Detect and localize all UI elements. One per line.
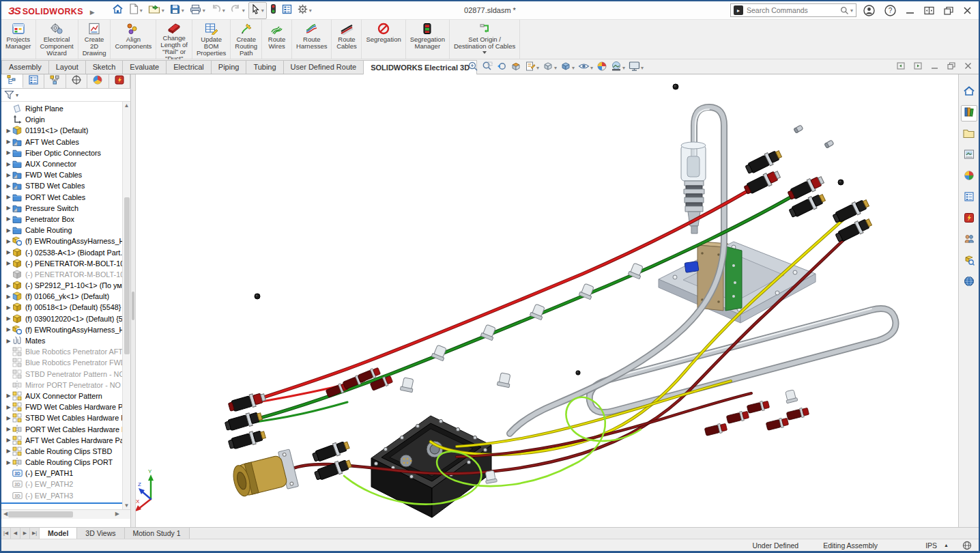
task-pane-home[interactable] xyxy=(961,84,977,100)
pin-left-icon[interactable] xyxy=(897,62,905,70)
logo-flyout-arrow-icon[interactable]: ▶ xyxy=(90,9,95,16)
display-style-button[interactable]: ▾ xyxy=(560,61,575,74)
splitter-handle[interactable] xyxy=(132,292,134,320)
save-button[interactable]: ▾ xyxy=(168,3,186,18)
expand-arrow-icon[interactable]: ▶ xyxy=(5,338,12,344)
ribbon-button-change-length[interactable]: Change Length of "Rail" or "Duct" xyxy=(156,20,192,59)
panel-tab-featuremanager-tree[interactable] xyxy=(1,74,23,88)
tree-vertical-scrollbar[interactable]: ▲ ▼ xyxy=(122,102,130,509)
panel-tab-propertymanager[interactable] xyxy=(23,74,45,88)
task-pane-inspection[interactable] xyxy=(961,253,977,270)
flyout-caret-icon[interactable] xyxy=(482,51,487,54)
search-caret-icon[interactable]: ▾ xyxy=(850,8,853,14)
dropdown-caret-icon[interactable]: ▾ xyxy=(309,8,312,14)
expand-arrow-icon[interactable]: ▶ xyxy=(5,249,12,255)
search-icon[interactable] xyxy=(840,6,849,15)
commandmanager-tab-evaluate[interactable]: Evaluate xyxy=(122,60,167,74)
tree-item-aft-wet-cables[interactable]: ▶AFT Wet Cables xyxy=(1,137,130,147)
doc-tab-model[interactable]: Model xyxy=(40,528,77,539)
units-selector[interactable]: IPS xyxy=(925,541,937,550)
ribbon-button-projects-manager[interactable]: Projects Manager xyxy=(1,20,36,59)
expand-arrow-icon[interactable]: ▶ xyxy=(5,150,12,156)
dropdown-caret-icon[interactable]: ▾ xyxy=(641,65,644,71)
commandmanager-tab-user-defined-route[interactable]: User Defined Route xyxy=(283,60,364,74)
scroll-left-icon[interactable]: ◀ xyxy=(3,511,8,517)
home-button[interactable] xyxy=(110,2,126,18)
task-pane-appearances[interactable] xyxy=(961,169,977,185)
doc-close-icon[interactable] xyxy=(964,62,972,70)
task-pane-view-palette[interactable] xyxy=(961,147,977,164)
apply-scene-button[interactable]: ▾ xyxy=(611,61,625,74)
ribbon-button-segregation-manager[interactable]: Segregation Manager xyxy=(406,20,450,59)
expand-arrow-icon[interactable]: ▶ xyxy=(5,393,12,399)
ribbon-button-electrical-component-wizard[interactable]: Electrical Component Wizard xyxy=(36,20,78,59)
tree-item-f-00518-1-default-5548[interactable]: ▶(f) 00518<1> (Default) {5548} xyxy=(1,302,130,313)
commandmanager-tab-sketch[interactable]: Sketch xyxy=(85,60,124,74)
tree-item-fiber-optic-connectors[interactable]: ▶Fiber Optic Connectors xyxy=(1,147,130,158)
dropdown-caret-icon[interactable]: ▾ xyxy=(140,8,143,14)
tree-item-aux-connector[interactable]: ▶AUX Connector xyxy=(1,158,130,169)
commandmanager-tab-electrical[interactable]: Electrical xyxy=(166,60,212,74)
tree-item-cable-routing-clips-stbd[interactable]: ▶Cable Routing Clips STBD xyxy=(1,446,130,457)
tree-item-blue-robotics-penetrator-fwd-nc[interactable]: Blue Robotics Penetrator FWD - NC xyxy=(1,357,130,368)
expand-arrow-icon[interactable]: ▶ xyxy=(5,426,12,432)
panel-tab-dimxpertmanager[interactable] xyxy=(66,74,88,88)
tree-item-blue-robotics-penetrator-aft-no[interactable]: Blue Robotics Penetrator AFT - NO xyxy=(1,346,130,357)
tree-item-cable-routing-clips-port[interactable]: ▶Cable Routing Clips PORT xyxy=(1,457,130,468)
task-pane-design-library[interactable] xyxy=(961,105,977,122)
ribbon-button-create-routing-path[interactable]: Create Routing Path xyxy=(231,20,262,59)
expand-arrow-icon[interactable]: ▶ xyxy=(5,260,12,266)
expand-arrow-icon[interactable]: ▶ xyxy=(5,216,12,222)
tree-item-ew-path3[interactable]: 3D(-) EW_PATH3 xyxy=(1,490,130,501)
commandmanager-tab-piping[interactable]: Piping xyxy=(211,60,247,74)
tree-item-f-ewroutingassyharness-h3-375[interactable]: ▶(f) EWRoutingAssyHarness_H3|375 xyxy=(1,324,130,335)
tree-item-aux-connector-pattern[interactable]: ▶AUX Connector Pattern xyxy=(1,391,130,401)
search-commands-box[interactable]: ▸ ▾ xyxy=(730,3,856,17)
doc-minimize-icon[interactable] xyxy=(931,62,938,70)
ribbon-button-route-cables[interactable]: Route Cables xyxy=(332,20,362,59)
expand-arrow-icon[interactable]: ▶ xyxy=(5,404,12,410)
task-pane-marketplace[interactable] xyxy=(961,274,977,291)
panel-splitter[interactable] xyxy=(131,74,136,527)
search-input[interactable] xyxy=(747,6,840,14)
tree-item-ew-path1[interactable]: 3D(-) EW_PATH1 xyxy=(1,468,130,479)
tab-nav-first-icon[interactable]: |◀ xyxy=(1,528,11,539)
ribbon-button-align-components[interactable]: Align Components xyxy=(111,20,156,59)
open-button[interactable]: ▾ xyxy=(146,3,167,18)
view-orientation-button[interactable]: ▾ xyxy=(543,61,557,74)
doc-tab-motion-study-1[interactable]: Motion Study 1 xyxy=(125,528,190,539)
expand-arrow-icon[interactable]: ▶ xyxy=(5,205,12,211)
tree-item-port-wet-cables[interactable]: ▶PORT Wet Cables xyxy=(1,192,130,203)
help-icon[interactable]: ? xyxy=(884,5,896,16)
tree-item-mates[interactable]: ▶Mates xyxy=(1,335,130,346)
tree-item-cable-routing[interactable]: ▶Cable Routing xyxy=(1,225,130,236)
options-gear-button[interactable]: ▾ xyxy=(296,3,314,18)
panel-tab-cam-addin[interactable] xyxy=(109,74,131,88)
user-account-icon[interactable] xyxy=(863,5,875,16)
redo-button[interactable]: ▾ xyxy=(229,3,247,18)
pin-right-icon[interactable] xyxy=(914,62,922,70)
dropdown-caret-icon[interactable]: ▾ xyxy=(622,65,625,71)
expand-arrow-icon[interactable]: ▶ xyxy=(5,139,12,145)
tree-item-f-039012020-1-default-5781[interactable]: ▶(f) 039012020<1> (Default) {5781} xyxy=(1,313,130,324)
dropdown-caret-icon[interactable]: ▾ xyxy=(554,65,557,71)
tree-item-02538-a-1-biodapt-part-prtdc[interactable]: ▶(-) 02538-A<1> (Biodapt Part.prtdc xyxy=(1,246,130,257)
expand-arrow-icon[interactable]: ▶ xyxy=(5,172,12,178)
tree-item-right-plane[interactable]: Right Plane xyxy=(1,103,130,114)
ribbon-button-route-wires[interactable]: Route Wires xyxy=(262,20,292,59)
vscroll-thumb[interactable] xyxy=(124,197,130,354)
scroll-up-icon[interactable]: ▲ xyxy=(124,102,130,109)
tree-item-penetrator-box[interactable]: ▶Penetrator Box xyxy=(1,214,130,225)
restore-icon[interactable] xyxy=(944,6,953,15)
ribbon-button-set-origin-destination[interactable]: Set Origin / Destination of Cables xyxy=(450,20,520,59)
tab-nav-last-icon[interactable]: ▶| xyxy=(30,528,40,539)
dropdown-caret-icon[interactable]: ▾ xyxy=(536,65,539,71)
performance-light-button[interactable] xyxy=(268,2,278,18)
section-view-button[interactable] xyxy=(510,61,521,74)
ribbon-button-create-2d-drawing[interactable]: Create 2D Drawing xyxy=(78,20,111,59)
commandmanager-tab-solidworks-electrical-3d[interactable]: SOLIDWORKS Electrical 3D xyxy=(363,60,477,74)
pane-icon[interactable] xyxy=(924,6,934,15)
dropdown-caret-icon[interactable]: ▾ xyxy=(162,8,164,14)
scroll-right-icon[interactable]: ▶ xyxy=(115,511,119,517)
zoom-to-fit-button[interactable] xyxy=(467,61,478,74)
